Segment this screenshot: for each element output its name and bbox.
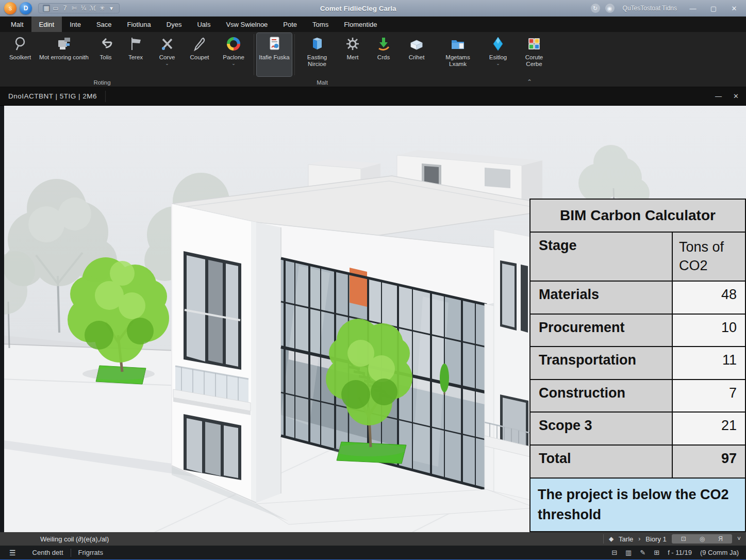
menu-item-vsw-swielnoe[interactable]: Vsw Swielnoe <box>218 17 275 32</box>
menu-item-fiotluna[interactable]: Fiotluna <box>120 17 159 32</box>
app-logo-icon[interactable]: s <box>4 2 16 14</box>
menu-item-dyes[interactable]: Dyes <box>159 17 190 32</box>
blue-prism-icon <box>309 35 325 53</box>
status-separator <box>603 534 604 543</box>
folder-icon <box>449 35 467 53</box>
ribbon-button-mert[interactable]: Mert <box>338 33 368 76</box>
title-bar: s D ▦ ▭ 7 ✄ ¼ ℳ ✳ ▾ Comet FidlieCleg Car… <box>0 0 746 17</box>
dropdown-caret-icon[interactable]: ⌄ <box>165 61 169 66</box>
scissors-icon <box>159 35 175 53</box>
view-close-button[interactable]: ✕ <box>733 92 739 100</box>
view-tab-separator <box>105 91 106 102</box>
ribbon-button-crihet[interactable]: Crihet <box>400 33 434 76</box>
carbon-panel-title: BIM Carbon Calculator <box>531 200 745 233</box>
table-row-total: Total 97 <box>531 446 745 479</box>
qat-icon-3[interactable]: 7 <box>61 5 69 12</box>
ribbon-button-coupet[interactable]: Coupet <box>184 33 215 76</box>
ribbon-group-labels: Roting Malt ⌃ <box>0 77 746 87</box>
table-row-materials: Materials 48 <box>531 282 745 315</box>
ribbon-button-easting-nircioe[interactable]: Easting Nircioe <box>297 33 337 76</box>
row-label: Transportation <box>531 347 673 379</box>
ribbon-group-label-malt: Malt <box>291 79 353 86</box>
ribbon-collapse-icon[interactable]: ⌃ <box>527 78 532 86</box>
total-label: Total <box>531 446 673 477</box>
hamburger-menu-icon[interactable]: ☰ <box>0 549 25 557</box>
view-tab-label[interactable]: DnoIACTBNT | 5TIG | 2M6 <box>0 92 105 100</box>
menu-item-uals[interactable]: Uals <box>189 17 218 32</box>
column-header-stage: Stage <box>531 233 673 281</box>
ribbon-button-itafie-fuska-active[interactable]: Itafie Fuska <box>257 33 292 76</box>
plus-grid-icon[interactable]: ⊞ <box>654 549 659 556</box>
columns-icon[interactable]: ▥ <box>625 549 632 556</box>
menu-item-flomentide[interactable]: Flomentide <box>336 17 385 32</box>
application-window: s D ▦ ▭ 7 ✄ ¼ ℳ ✳ ▾ Comet FidlieCleg Car… <box>0 0 746 560</box>
qat-icon-7[interactable]: ✳ <box>98 5 106 12</box>
ribbon-button-terex[interactable]: Terex <box>121 33 150 76</box>
taskbar-item-centh-dett[interactable]: Centh dett <box>25 549 71 556</box>
ribbon-button-esitlog[interactable]: Esitlog ⌄ <box>482 33 514 76</box>
taskbar-item-frigrrats[interactable]: Frigrrats <box>71 549 110 556</box>
application-menu-icon[interactable]: D <box>20 2 32 14</box>
minimize-button[interactable]: — <box>685 5 701 12</box>
status-message: Weiling coil (∂)(e(a),/al) <box>0 535 109 543</box>
dropdown-caret-icon[interactable]: ⌄ <box>496 61 500 66</box>
ribbon-button-crds[interactable]: Crds <box>369 33 399 76</box>
sync-icon[interactable]: ↻ <box>591 4 600 13</box>
caret-down-icon[interactable]: ˅ <box>737 535 741 542</box>
row-label: Materials <box>531 282 673 314</box>
menu-item-malt[interactable]: Malt <box>3 17 31 32</box>
ribbon-button-tolis[interactable]: Tolis <box>91 33 120 76</box>
dropdown-caret-icon[interactable]: ⌄ <box>231 61 236 66</box>
menu-item-sace[interactable]: Sace <box>89 17 120 32</box>
carbon-calculator-panel: BIM Carbon Calculator Stage Tons of CO2 … <box>529 199 746 532</box>
qat-dropdown-icon[interactable]: ▾ <box>108 5 115 12</box>
qat-icon-5[interactable]: ¼ <box>80 5 87 12</box>
qat-icon-1[interactable]: ▦ <box>43 5 50 12</box>
account-icon[interactable]: ◉ <box>605 4 615 13</box>
restore-button[interactable]: ▢ <box>706 5 721 12</box>
close-button[interactable]: ✕ <box>726 5 742 12</box>
gear-icon <box>345 35 360 53</box>
table-row-procurement: Procurement 10 <box>531 315 745 348</box>
ribbon-separator <box>254 34 254 75</box>
diamond-icon: ◆ <box>609 535 614 542</box>
view-minimize-button[interactable]: — <box>715 92 722 100</box>
menu-item-pote[interactable]: Pote <box>275 17 305 32</box>
menu-item-inte[interactable]: Inte <box>62 17 89 32</box>
chevron-right-icon: › <box>638 535 640 542</box>
window-grid-icon[interactable]: ⊟ <box>611 549 617 556</box>
status-item-biory[interactable]: Biory 1 <box>645 535 666 543</box>
qat-icon-6[interactable]: ℳ <box>89 5 96 12</box>
boxed-dot-icon[interactable]: ⊡ <box>681 535 686 542</box>
menu-item-edint[interactable]: Edint <box>31 17 62 32</box>
status-bar: Weiling coil (∂)(e(a),/al) ◆ Tarle › Bio… <box>0 532 746 546</box>
menu-item-toms[interactable]: Toms <box>305 17 336 32</box>
lasso-icon <box>12 35 28 53</box>
ribbon-button-soolkert[interactable]: Soolkert <box>4 33 37 76</box>
row-label: Scope 3 <box>531 413 673 444</box>
ribbon-button-mot-erroring[interactable]: Mot erroring conith <box>38 33 90 76</box>
ribbon-button-corute-cerbe[interactable]: Corute Cerbe <box>515 33 553 76</box>
table-row-transportation: Transportation 11 <box>531 347 745 380</box>
table-row-construction: Construction 7 <box>531 380 745 413</box>
ribbon-button-mgetams-lxamk[interactable]: Mgetams Lxamk <box>435 33 481 76</box>
status-toggle-group[interactable]: ⊡ ◎ Я <box>672 534 732 543</box>
qat-icon-2[interactable]: ▭ <box>52 5 59 12</box>
ribbon-button-paclone[interactable]: Paclone ⌄ <box>216 33 251 76</box>
row-label: Procurement <box>531 315 673 347</box>
target-icon[interactable]: ◎ <box>700 535 705 542</box>
ribbon-toolbar: Soolkert Mot erroring conith Tolis Terex <box>0 32 746 87</box>
carbon-table-header: Stage Tons of CO2 <box>531 233 745 282</box>
table-row-scope3: Scope 3 21 <box>531 413 745 446</box>
menu-bar: Malt Edint Inte Sace Fiotluna Dyes Uals … <box>0 17 746 32</box>
ya-icon[interactable]: Я <box>718 535 723 542</box>
printer-3d-icon <box>55 35 73 53</box>
qat-icon-4[interactable]: ✄ <box>71 5 78 12</box>
taskbar-date: f - 11/19 <box>668 549 692 556</box>
status-item-tarle[interactable]: Tarle <box>619 535 633 543</box>
edit-icon[interactable]: ✎ <box>640 549 645 556</box>
3d-viewport[interactable]: BIM Carbon Calculator Stage Tons of CO2 … <box>0 106 746 532</box>
color-wheel-icon <box>225 35 242 53</box>
window-title: Comet FidlieCleg Carla <box>320 5 396 12</box>
ribbon-button-corve[interactable]: Corve ⌄ <box>151 33 183 76</box>
